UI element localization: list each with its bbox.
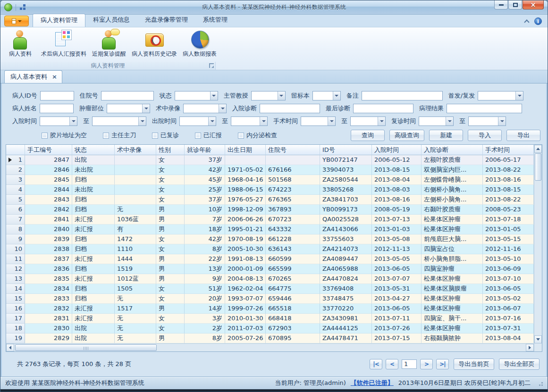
ribbon-tab-2[interactable]: 科室人员信息 bbox=[85, 14, 137, 27]
admission-diagnosis-input[interactable] bbox=[260, 104, 320, 113]
column-header-surgery-date[interactable]: 手术时间 bbox=[483, 145, 534, 155]
vscroll-track[interactable] bbox=[534, 153, 542, 335]
dropdown-button[interactable] bbox=[446, 117, 453, 125]
dropdown-button[interactable] bbox=[219, 104, 226, 113]
admit-date-to-combo[interactable] bbox=[92, 117, 146, 126]
ribbon-tab-3[interactable]: 光盘录像带管理 bbox=[137, 14, 195, 27]
table-row[interactable]: 122836归档1519男13岁2000-01-09665599ZA406598… bbox=[6, 264, 534, 274]
row-header[interactable]: 8 bbox=[6, 225, 25, 234]
table-row[interactable]: 162832未汇报1517男14岁1999-07-266655183377022… bbox=[6, 304, 534, 314]
row-header[interactable]: 10 bbox=[6, 244, 25, 254]
reported-checkbox[interactable]: 已汇报 bbox=[195, 131, 222, 140]
hscroll-thumb[interactable] bbox=[15, 344, 157, 351]
collapse-ribbon-icon[interactable] bbox=[524, 19, 529, 25]
page-number-input[interactable]: 1 bbox=[402, 359, 417, 369]
row-header[interactable]: 14 bbox=[6, 284, 25, 294]
ribbon-item[interactable]: 近期复诊提醒 bbox=[89, 28, 129, 58]
column-header-row-indicator[interactable] bbox=[6, 145, 25, 155]
column-header-admission-diagnosis[interactable]: 入院诊断 bbox=[422, 145, 483, 155]
row-header[interactable]: 7 bbox=[6, 215, 25, 225]
scroll-left-button[interactable] bbox=[6, 344, 14, 351]
table-row[interactable]: 152833归档无女20岁1993-07-0765944633748475201… bbox=[6, 294, 534, 304]
discharge-date-to-combo[interactable] bbox=[231, 117, 268, 126]
first-page-button[interactable]: |< bbox=[370, 359, 382, 369]
ribbon-item[interactable]: 病人数据报表 bbox=[180, 28, 219, 58]
revisited-checkbox[interactable]: 已复诊 bbox=[152, 131, 179, 140]
column-header-birth-date[interactable]: 出生日期 bbox=[225, 145, 266, 155]
row-header[interactable]: 13 bbox=[6, 274, 25, 284]
table-row[interactable]: 62842归档无男10岁1998-12-09367893YB0099173200… bbox=[6, 205, 534, 215]
ribbon-item[interactable]: 病人资料 bbox=[2, 28, 38, 58]
patient-id-input[interactable] bbox=[40, 91, 74, 100]
row-header[interactable]: 3 bbox=[6, 175, 25, 185]
scroll-down-button[interactable] bbox=[534, 335, 542, 343]
pathology-result-input[interactable] bbox=[447, 104, 522, 113]
export-all-pages-button[interactable]: 导出全部页 bbox=[499, 359, 540, 370]
ribbon-tab-1[interactable]: 病人资料管理 bbox=[33, 14, 85, 27]
table-row[interactable]: 182830出院无女2岁2011-07-03672903ZA4444125201… bbox=[6, 324, 534, 334]
table-row[interactable]: 72841未汇报1036蓝男7岁2006-06-26670723QA002552… bbox=[6, 215, 534, 225]
dropdown-button[interactable] bbox=[210, 92, 218, 100]
row-header[interactable]: 19 bbox=[6, 334, 25, 343]
table-row[interactable]: 52843归档女37岁1976-05-27676365ZA38417032013… bbox=[6, 195, 534, 205]
dropdown-button[interactable] bbox=[142, 104, 150, 113]
table-row[interactable]: 142834归档1505女51岁1962-02-0466477533769408… bbox=[6, 284, 534, 294]
specimen-kept-combo[interactable] bbox=[312, 91, 341, 100]
ribbon-tab-4[interactable]: 系统管理 bbox=[195, 14, 235, 27]
dropdown-button[interactable] bbox=[328, 117, 335, 125]
horizontal-scrollbar[interactable] bbox=[6, 343, 534, 351]
column-header-status[interactable]: 状态 bbox=[72, 145, 115, 155]
patient-name-input[interactable] bbox=[40, 104, 74, 113]
tumor-site-combo[interactable] bbox=[107, 104, 150, 113]
close-button[interactable]: × bbox=[523, 0, 544, 9]
table-row[interactable]: 22846未出院女42岁1971-05-02676166339040732013… bbox=[6, 165, 534, 175]
table-row[interactable]: 12847出院女37岁YB00721472006-05-12左额叶胶质瘤2006… bbox=[6, 155, 534, 165]
table-row[interactable]: 132835未汇报1012蓝男9岁2004-08-13670265ZA44708… bbox=[6, 274, 534, 284]
app-logo-icon[interactable] bbox=[4, 3, 12, 11]
endocrine-exam-checkbox[interactable]: 内分泌检查 bbox=[238, 131, 277, 140]
dropdown-button[interactable] bbox=[260, 117, 267, 125]
row-header[interactable]: 5 bbox=[6, 195, 25, 205]
table-row[interactable]: 32845归档女45岁1968-04-16501568ZA25805442013… bbox=[6, 175, 534, 185]
resize-grip[interactable] bbox=[537, 380, 543, 386]
registered-link[interactable]: 【软件已注册】 bbox=[351, 379, 394, 387]
column-header-visit-age[interactable]: 就诊年龄 bbox=[185, 145, 225, 155]
dropdown-button[interactable] bbox=[138, 117, 146, 125]
discharge-date-from-combo[interactable] bbox=[179, 117, 216, 126]
info-icon[interactable]: i bbox=[534, 17, 542, 25]
table-row[interactable]: 82840未汇报有男18岁1995-01-21643332ZA414306620… bbox=[6, 225, 534, 234]
table-row[interactable]: 102838归档1110女8岁2005-10-30636143ZA4214073… bbox=[6, 244, 534, 254]
first-or-recurrent-combo[interactable] bbox=[478, 91, 523, 100]
export-button[interactable]: 导出 bbox=[506, 130, 540, 141]
table-row[interactable]: 172831未汇报无女3岁2010-01-30668418ZA343098120… bbox=[6, 314, 534, 324]
scroll-up-button[interactable] bbox=[534, 145, 542, 153]
row-header[interactable]: 11 bbox=[6, 254, 25, 264]
vscroll-thumb[interactable] bbox=[535, 153, 541, 181]
film-address-empty-checkbox[interactable]: 胶片地址为空 bbox=[42, 131, 87, 140]
table-row[interactable]: 92839归档1472女42岁1970-08-19661228337556032… bbox=[6, 234, 534, 244]
vertical-scrollbar[interactable] bbox=[534, 145, 542, 351]
admit-date-from-combo[interactable] bbox=[40, 117, 77, 126]
revisit-date-to-combo[interactable] bbox=[468, 117, 506, 126]
prev-page-button[interactable]: < bbox=[386, 359, 398, 369]
remarks-input[interactable] bbox=[362, 91, 443, 100]
hscroll-track[interactable] bbox=[14, 344, 526, 351]
row-header[interactable]: 18 bbox=[6, 324, 25, 334]
chief-professor-combo[interactable] bbox=[251, 91, 286, 100]
dropdown-button[interactable] bbox=[515, 92, 523, 100]
layout-squares-icon[interactable] bbox=[19, 4, 26, 11]
group-dialog-launcher-icon[interactable] bbox=[209, 63, 214, 68]
row-header[interactable]: 9 bbox=[6, 234, 25, 244]
column-header-admission-no[interactable]: 住院号 bbox=[266, 145, 320, 155]
dropdown-button[interactable] bbox=[333, 92, 340, 100]
row-header[interactable]: 2 bbox=[6, 165, 25, 175]
table-row[interactable]: 192829出院无男8岁2005-07-26670895ZA4478471201… bbox=[6, 334, 534, 343]
application-menu-button[interactable] bbox=[4, 16, 29, 26]
advanced-query-button[interactable]: 高级查询 bbox=[389, 130, 424, 141]
column-header-manual-no[interactable]: 手工编号 bbox=[25, 145, 72, 155]
column-header-gender[interactable]: 性别 bbox=[156, 145, 185, 155]
close-tab-icon[interactable]: × bbox=[52, 75, 57, 79]
table-row[interactable]: 42844未出院女25岁1988-06-15674223338052682013… bbox=[6, 185, 534, 195]
row-header[interactable]: 17 bbox=[6, 314, 25, 324]
ribbon-item[interactable]: 病人资料历史记录 bbox=[129, 28, 180, 58]
